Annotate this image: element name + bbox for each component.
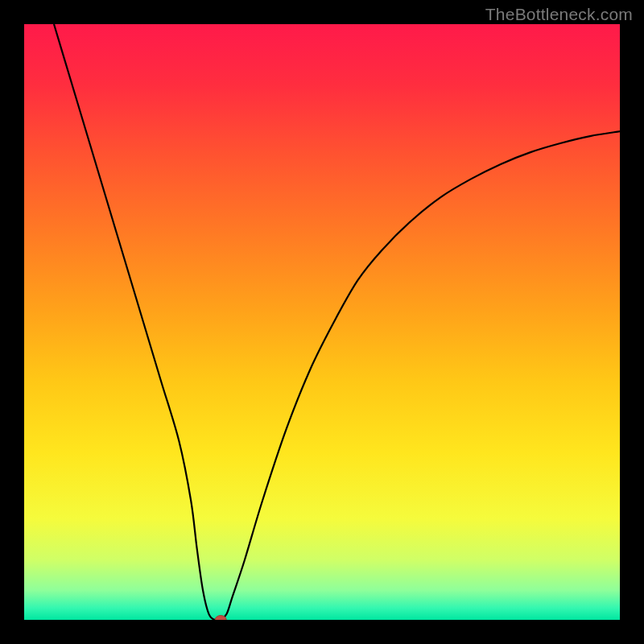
gradient-background <box>24 24 620 620</box>
plot-area <box>24 24 620 620</box>
bottleneck-chart <box>24 24 620 620</box>
watermark-text: TheBottleneck.com <box>485 5 633 24</box>
chart-frame: TheBottleneck.com <box>0 0 644 644</box>
